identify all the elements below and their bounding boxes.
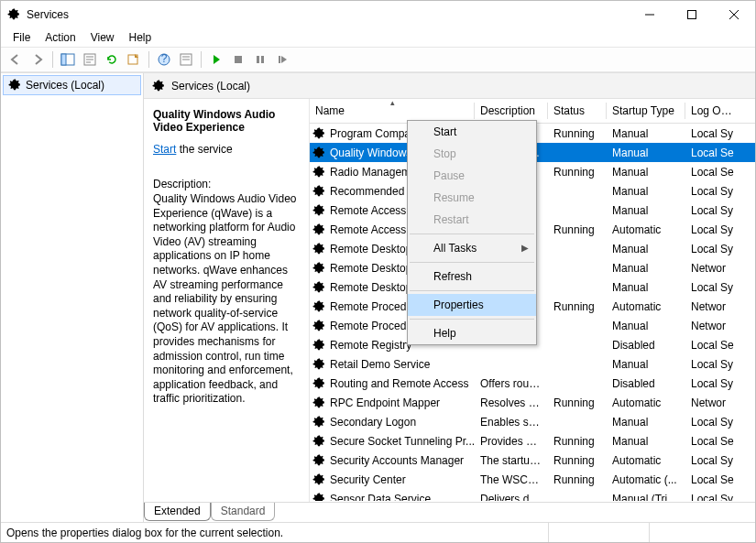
gear-icon bbox=[312, 434, 326, 449]
gear-icon bbox=[312, 396, 326, 410]
table-row[interactable]: Routing and Remote AccessOffers routi...… bbox=[310, 374, 755, 393]
gear-icon bbox=[312, 299, 326, 314]
menu-help[interactable]: Help bbox=[123, 29, 159, 46]
tab-extended[interactable]: Extended bbox=[144, 503, 211, 521]
properties-button[interactable] bbox=[79, 49, 101, 70]
cell-logon: Local Sy bbox=[685, 281, 742, 294]
cell-startup: Manual bbox=[607, 435, 685, 448]
cell-logon: Local Se bbox=[685, 435, 742, 448]
cell-logon: Networ bbox=[685, 300, 742, 313]
back-button[interactable] bbox=[5, 49, 27, 70]
sort-caret-icon: ▴ bbox=[390, 99, 395, 107]
menubar: File Action View Help bbox=[1, 28, 755, 47]
content-pane: Services (Local) Quality Windows Audio V… bbox=[144, 73, 755, 522]
cell-status: Running bbox=[548, 300, 607, 313]
menu-item-start[interactable]: Start bbox=[408, 121, 536, 143]
start-service-line: Start the service bbox=[153, 143, 301, 156]
cell-desc: Resolves RP... bbox=[475, 396, 548, 409]
cell-startup: Manual bbox=[607, 166, 685, 179]
refresh-button[interactable] bbox=[101, 49, 123, 70]
svg-rect-10 bbox=[257, 56, 259, 63]
menu-item-all-tasks[interactable]: All Tasks▶ bbox=[408, 237, 536, 259]
stop-service-button[interactable] bbox=[227, 49, 249, 70]
export-button[interactable] bbox=[123, 49, 145, 70]
submenu-arrow-icon: ▶ bbox=[521, 243, 529, 253]
menu-file[interactable]: File bbox=[6, 29, 37, 46]
body: Services (Local) Services (Local) Qualit… bbox=[1, 72, 755, 522]
menu-separator bbox=[410, 262, 534, 263]
table-row[interactable]: Retail Demo ServiceManualLocal Sy bbox=[310, 354, 755, 374]
help-button[interactable]: ? bbox=[153, 49, 175, 70]
gear-icon bbox=[312, 126, 326, 141]
menu-action[interactable]: Action bbox=[38, 29, 82, 46]
app-icon bbox=[6, 7, 21, 22]
col-status[interactable]: Status bbox=[548, 99, 607, 123]
status-text: Opens the properties dialog box for the … bbox=[6, 527, 283, 539]
menu-view[interactable]: View bbox=[84, 29, 121, 46]
col-logon[interactable]: Log On As bbox=[685, 99, 742, 123]
svg-rect-12 bbox=[279, 56, 280, 63]
forward-button[interactable] bbox=[27, 49, 49, 70]
cell-logon: Local Sy bbox=[685, 416, 742, 429]
table-row[interactable]: RPC Endpoint MapperResolves RP...Running… bbox=[310, 393, 755, 412]
cell-logon: Local Se bbox=[685, 147, 742, 159]
table-row[interactable]: Secondary LogonEnables star...ManualLoca… bbox=[310, 412, 755, 431]
menu-item-help[interactable]: Help bbox=[408, 322, 536, 344]
cell-desc: Delivers dat... bbox=[475, 493, 548, 502]
cell-startup: Automatic bbox=[607, 223, 685, 236]
gear-icon bbox=[312, 203, 326, 218]
cell-startup: Manual bbox=[607, 320, 685, 332]
cell-startup: Manual bbox=[607, 127, 685, 140]
gear-icon bbox=[312, 184, 326, 199]
cell-status: Running bbox=[548, 127, 607, 140]
gear-icon bbox=[312, 280, 326, 295]
cell-logon: Local Se bbox=[685, 166, 742, 179]
cell-name: Secure Socket Tunneling Pr... bbox=[330, 435, 475, 448]
cell-desc: Provides su... bbox=[475, 435, 548, 448]
close-button[interactable] bbox=[713, 1, 755, 28]
table-row[interactable]: Security Accounts ManagerThe startup ...… bbox=[310, 451, 755, 470]
description-heading: Description: bbox=[153, 178, 301, 190]
cell-logon: Local Sy bbox=[685, 454, 742, 467]
services-list: Name▴ Description Status Startup Type Lo… bbox=[309, 99, 755, 502]
table-row[interactable]: Sensor Data ServiceDelivers dat...Manual… bbox=[310, 489, 755, 501]
start-service-link[interactable]: Start bbox=[153, 143, 176, 156]
status-seg bbox=[548, 523, 649, 542]
cell-name: Security Center bbox=[330, 473, 406, 486]
table-row[interactable]: Security CenterThe WSCSV...RunningAutoma… bbox=[310, 470, 755, 489]
cell-status: Running bbox=[548, 396, 607, 409]
pause-service-button[interactable] bbox=[249, 49, 271, 70]
gear-icon bbox=[312, 492, 326, 502]
gear-icon bbox=[312, 242, 326, 256]
cell-status: Running bbox=[548, 473, 607, 486]
table-row[interactable]: Secure Socket Tunneling Pr...Provides su… bbox=[310, 431, 755, 451]
tab-standard[interactable]: Standard bbox=[211, 503, 276, 521]
tree-item-services-local[interactable]: Services (Local) bbox=[3, 75, 141, 95]
gear-icon bbox=[7, 78, 22, 92]
svg-text:?: ? bbox=[161, 53, 168, 65]
gear-icon bbox=[312, 376, 326, 391]
tree-item-label: Services (Local) bbox=[26, 79, 104, 92]
cell-startup: Manual bbox=[607, 416, 685, 429]
titlebar: Services bbox=[1, 1, 755, 28]
gear-icon bbox=[151, 79, 166, 93]
maximize-button[interactable] bbox=[671, 1, 713, 28]
cell-name: Retail Demo Service bbox=[330, 358, 430, 371]
cell-status: Running bbox=[548, 454, 607, 467]
menu-item-properties[interactable]: Properties bbox=[408, 294, 536, 316]
menu-item-refresh[interactable]: Refresh bbox=[408, 266, 536, 288]
cell-logon: Local Sy bbox=[685, 223, 742, 236]
gear-icon bbox=[312, 261, 326, 276]
cell-logon: Local Sy bbox=[685, 377, 742, 390]
restart-service-button[interactable] bbox=[271, 49, 293, 70]
show-hide-tree-button[interactable] bbox=[57, 49, 79, 70]
menu-item-restart: Restart bbox=[408, 209, 536, 231]
services-window: Services File Action View Help ? bbox=[0, 0, 756, 543]
properties2-button[interactable] bbox=[175, 49, 197, 70]
col-startup[interactable]: Startup Type bbox=[607, 99, 685, 123]
cell-startup: Manual bbox=[607, 243, 685, 255]
minimize-button[interactable] bbox=[629, 1, 671, 28]
start-service-button[interactable] bbox=[205, 49, 227, 70]
window-title: Services bbox=[27, 8, 69, 21]
cell-startup: Automatic (... bbox=[607, 473, 685, 486]
